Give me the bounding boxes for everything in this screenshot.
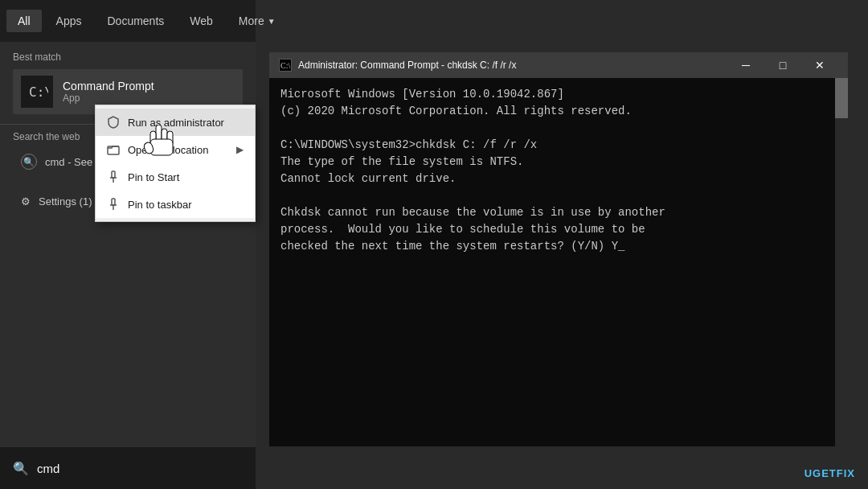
watermark-suffix: FIX — [837, 467, 855, 479]
search-input-value: cmd — [37, 462, 59, 475]
context-open-file-location[interactable]: Open file location ▶ — [96, 136, 255, 163]
watermark: UGETFIX — [805, 467, 855, 479]
cmd-title: Administrator: Command Prompt - chkdsk C… — [298, 60, 721, 71]
tab-bar: All Apps Documents Web More ▼ — [0, 0, 256, 42]
maximize-button[interactable]: □ — [764, 52, 801, 78]
search-bar[interactable]: 🔍 cmd — [0, 447, 256, 489]
pin-taskbar-label: Pin to taskbar — [128, 199, 192, 211]
cmd-content[interactable]: Microsoft Windows [Version 10.0.19042.86… — [269, 78, 848, 446]
app-info: Command Prompt App — [63, 80, 154, 104]
chevron-down-icon: ▼ — [268, 17, 276, 26]
cmd-window-icon: C:\ — [279, 59, 292, 72]
svg-rect-6 — [112, 199, 115, 205]
svg-rect-3 — [112, 171, 115, 178]
cmd-window-controls: ─ □ ✕ — [727, 52, 838, 78]
tab-more-label: More — [239, 14, 264, 27]
tab-more[interactable]: More ▼ — [227, 10, 287, 32]
run-as-admin-label: Run as administrator — [128, 117, 224, 129]
start-menu: All Apps Documents Web More ▼ Best match… — [0, 0, 256, 489]
tab-web[interactable]: Web — [178, 10, 224, 32]
watermark-highlight: ET — [821, 467, 837, 479]
watermark-text: UG — [805, 467, 822, 479]
shield-icon — [107, 116, 120, 129]
cmd-scrollbar[interactable] — [835, 78, 848, 446]
svg-text:C:\: C:\ — [29, 84, 48, 100]
pin-start-icon — [107, 171, 120, 183]
app-type: App — [63, 92, 154, 104]
cmd-output: Microsoft Windows [Version 10.0.19042.86… — [280, 86, 837, 255]
context-pin-taskbar[interactable]: Pin to taskbar — [96, 191, 255, 218]
settings-icon: ⚙ — [21, 195, 31, 208]
app-name: Command Prompt — [63, 80, 154, 92]
cmd-titlebar: C:\ Administrator: Command Prompt - chkd… — [269, 52, 848, 78]
pin-start-label: Pin to Start — [128, 171, 179, 183]
best-match-label: Best match — [13, 51, 243, 63]
tab-all[interactable]: All — [6, 10, 42, 32]
open-file-label: Open file location — [128, 144, 208, 156]
folder-icon — [107, 143, 120, 156]
tab-documents[interactable]: Documents — [96, 10, 175, 32]
cmd-icon: C:\ — [26, 80, 48, 103]
settings-label: Settings (1) — [39, 195, 92, 208]
close-button[interactable]: ✕ — [801, 52, 838, 78]
context-menu: Run as administrator Open file location … — [95, 105, 256, 222]
cmd-window: C:\ Administrator: Command Prompt - chkd… — [269, 52, 848, 446]
submenu-left: Open file location — [107, 143, 208, 156]
svg-text:C:\: C:\ — [280, 61, 290, 70]
tab-apps[interactable]: Apps — [45, 10, 93, 32]
cmd-scrollbar-thumb[interactable] — [835, 78, 848, 118]
context-run-as-admin[interactable]: Run as administrator — [96, 109, 255, 136]
pin-taskbar-icon — [107, 198, 120, 211]
context-pin-start[interactable]: Pin to Start — [96, 163, 255, 191]
submenu-arrow-icon: ▶ — [236, 144, 244, 155]
minimize-button[interactable]: ─ — [727, 52, 764, 78]
search-icon: 🔍 — [13, 461, 29, 476]
app-icon: C:\ — [21, 76, 53, 108]
search-web-icon: 🔍 — [21, 154, 37, 170]
